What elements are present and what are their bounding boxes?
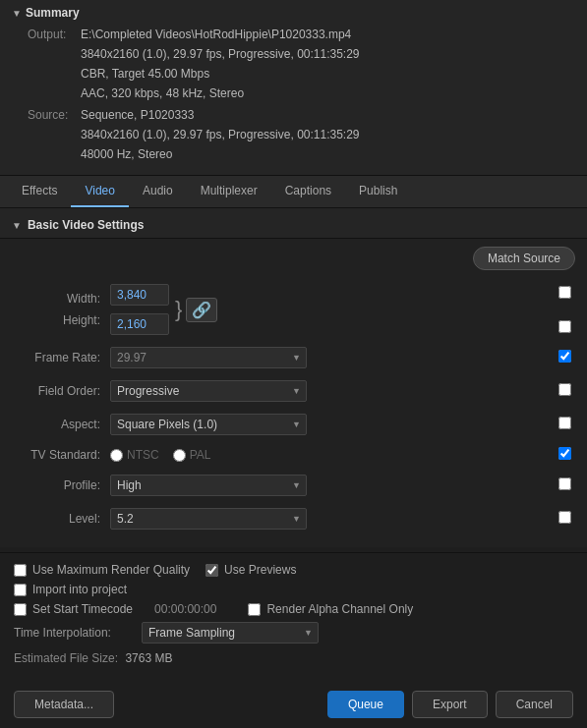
timecode-row: Set Start Timecode 00:00:00:00 Render Al…: [14, 602, 573, 616]
source-details2: 48000 Hz, Stereo: [81, 145, 172, 163]
content-panel: ▼ Basic Video Settings Match Source Widt…: [0, 208, 587, 552]
pal-radio[interactable]: [173, 449, 186, 462]
time-interp-select[interactable]: Frame Sampling Frame Blending Optical Fl…: [142, 622, 319, 644]
file-size-row: Estimated File Size: 3763 MB: [14, 651, 573, 665]
profile-row: Profile: High Main Baseline: [12, 473, 575, 498]
basic-video-chevron-icon: ▼: [12, 220, 22, 231]
summary-section: ▼ Summary Output: E:\Completed Videos\Ho…: [0, 0, 587, 176]
source-value: Sequence, P1020333: [81, 106, 194, 124]
field-order-select[interactable]: Progressive: [110, 380, 307, 402]
output-value: E:\Completed Videos\HotRodHippie\P102033…: [81, 26, 351, 43]
link-dimensions-icon[interactable]: 🔗: [186, 298, 217, 322]
profile-checkbox[interactable]: [558, 477, 571, 490]
bottom-options: Use Maximum Render Quality Use Previews …: [0, 552, 587, 685]
field-order-checkbox[interactable]: [558, 383, 571, 396]
max-render-quality-checkbox[interactable]: [14, 564, 27, 577]
source-row: Source: Sequence, P1020333: [28, 106, 575, 124]
dimensions-row: Width: Height: } 🔗: [12, 282, 575, 337]
render-alpha-checkbox[interactable]: [248, 603, 261, 616]
field-order-label: Field Order:: [12, 384, 110, 398]
tab-publish[interactable]: Publish: [345, 176, 411, 207]
import-into-project-text: Import into project: [32, 583, 127, 596]
set-start-timecode-checkbox[interactable]: [14, 603, 27, 616]
use-previews-label[interactable]: Use Previews: [205, 563, 296, 577]
output-details3: AAC, 320 kbps, 48 kHz, Stereo: [81, 84, 244, 102]
profile-select-wrapper: High Main Baseline: [110, 475, 307, 496]
match-source-button[interactable]: Match Source: [473, 247, 575, 270]
import-into-project-checkbox[interactable]: [14, 584, 27, 596]
export-button[interactable]: Export: [412, 691, 488, 718]
source-details2-row: 48000 Hz, Stereo: [28, 145, 575, 163]
basic-video-title: Basic Video Settings: [28, 218, 144, 232]
pal-radio-label[interactable]: PAL: [173, 448, 211, 462]
import-row: Import into project: [14, 583, 573, 596]
tab-multiplexer[interactable]: Multiplexer: [187, 176, 271, 207]
source-details1: 3840x2160 (1.0), 29.97 fps, Progressive,…: [81, 126, 360, 143]
output-details2: CBR, Target 45.00 Mbps: [81, 65, 209, 83]
tv-standard-checkbox[interactable]: [558, 447, 571, 460]
ntsc-radio[interactable]: [110, 449, 123, 462]
set-start-timecode-text: Set Start Timecode: [32, 602, 133, 616]
time-interp-label: Time Interpolation:: [14, 626, 132, 640]
frame-rate-checkbox[interactable]: [558, 350, 571, 363]
timecode-value: 00:00:00:00: [154, 602, 216, 616]
width-label: Width:: [67, 292, 100, 306]
tv-standard-label: TV Standard:: [12, 448, 110, 462]
height-checkbox[interactable]: [558, 320, 571, 333]
level-checkbox[interactable]: [558, 511, 571, 524]
height-input[interactable]: [110, 313, 169, 335]
tab-effects[interactable]: Effects: [8, 176, 71, 207]
summary-body: Output: E:\Completed Videos\HotRodHippie…: [12, 26, 575, 163]
aspect-checkbox[interactable]: [558, 417, 571, 429]
use-previews-checkbox[interactable]: [205, 564, 218, 577]
profile-label: Profile:: [12, 478, 110, 492]
tab-audio[interactable]: Audio: [129, 176, 187, 207]
width-input[interactable]: [110, 284, 169, 306]
field-order-select-wrapper: Progressive: [110, 380, 307, 402]
aspect-select-wrapper: Square Pixels (1.0): [110, 414, 307, 435]
render-quality-row: Use Maximum Render Quality Use Previews: [14, 563, 573, 577]
source-label: Source:: [28, 106, 77, 124]
frame-rate-input[interactable]: [110, 347, 307, 368]
link-bracket-icon: }: [175, 299, 182, 320]
metadata-button[interactable]: Metadata...: [14, 691, 114, 718]
queue-button[interactable]: Queue: [327, 691, 404, 718]
use-previews-text: Use Previews: [224, 563, 296, 577]
field-order-row: Field Order: Progressive: [12, 378, 575, 404]
tab-captions[interactable]: Captions: [271, 176, 345, 207]
height-label: Height:: [63, 313, 100, 327]
max-render-quality-label[interactable]: Use Maximum Render Quality: [14, 563, 190, 577]
time-interp-row: Time Interpolation: Frame Sampling Frame…: [14, 622, 573, 644]
file-size-label: Estimated File Size:: [14, 651, 118, 665]
aspect-select[interactable]: Square Pixels (1.0): [110, 414, 307, 435]
tabs-bar: Effects Video Audio Multiplexer Captions…: [0, 176, 587, 208]
source-details1-row: 3840x2160 (1.0), 29.97 fps, Progressive,…: [28, 126, 575, 143]
cancel-button[interactable]: Cancel: [496, 691, 573, 718]
level-row: Level: 5.2 5.1 5.0: [12, 506, 575, 532]
output-details1: 3840x2160 (1.0), 29.97 fps, Progressive,…: [81, 45, 360, 63]
profile-select[interactable]: High Main Baseline: [110, 475, 307, 496]
set-start-timecode-label[interactable]: Set Start Timecode: [14, 602, 133, 616]
ntsc-label: NTSC: [127, 448, 159, 462]
render-alpha-text: Render Alpha Channel Only: [266, 602, 413, 616]
action-buttons: Queue Export Cancel: [327, 691, 573, 718]
output-details2-row: CBR, Target 45.00 Mbps: [28, 65, 575, 83]
aspect-row: Aspect: Square Pixels (1.0): [12, 412, 575, 437]
frame-rate-label: Frame Rate:: [12, 351, 110, 364]
tab-video[interactable]: Video: [71, 176, 128, 207]
import-into-project-label[interactable]: Import into project: [14, 583, 127, 596]
time-interp-select-wrapper: Frame Sampling Frame Blending Optical Fl…: [142, 622, 319, 644]
width-checkbox[interactable]: [558, 286, 571, 299]
frame-rate-row: Frame Rate:: [12, 345, 575, 370]
aspect-label: Aspect:: [12, 418, 110, 431]
level-label: Level:: [12, 512, 110, 526]
output-row: Output: E:\Completed Videos\HotRodHippie…: [28, 26, 575, 43]
ntsc-radio-label[interactable]: NTSC: [110, 448, 159, 462]
render-alpha-label[interactable]: Render Alpha Channel Only: [248, 602, 413, 616]
tv-standard-radio-group: NTSC PAL: [110, 448, 210, 462]
file-size-value: 3763 MB: [125, 651, 172, 665]
frame-rate-select-wrapper: [110, 347, 307, 368]
output-details1-row: 3840x2160 (1.0), 29.97 fps, Progressive,…: [28, 45, 575, 63]
level-select[interactable]: 5.2 5.1 5.0: [110, 508, 307, 530]
summary-header: ▼ Summary: [12, 6, 575, 20]
